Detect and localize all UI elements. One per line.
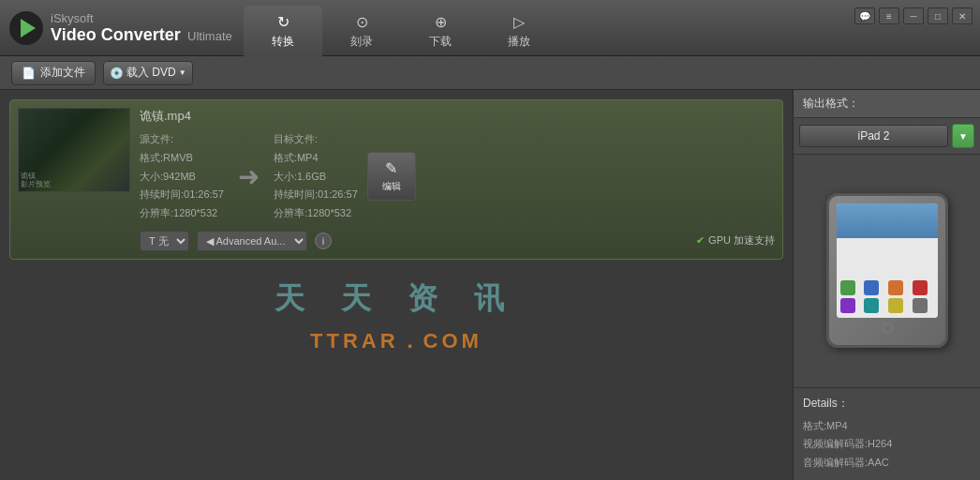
ipad-screen-content — [837, 203, 938, 318]
file-item: 诡镇影片预览 诡镇.mp4 源文件: 格式:RMVB 大小:942MB 持续时间… — [9, 99, 783, 260]
tab-download-label: 下载 — [429, 34, 452, 50]
output-format-bar: 输出格式： — [794, 90, 980, 118]
close-button[interactable]: ✕ — [952, 8, 973, 24]
download-icon: ⊕ — [435, 13, 447, 31]
tab-download[interactable]: ⊕ 下载 — [401, 6, 480, 55]
device-preview — [794, 155, 980, 387]
ipad-screen — [837, 203, 938, 318]
file-info: 诡镇.mp4 源文件: 格式:RMVB 大小:942MB 持续时间:01:26:… — [140, 108, 775, 251]
logo-icon — [9, 11, 43, 45]
source-info: 源文件: 格式:RMVB 大小:942MB 持续时间:01:26:57 分辨率:… — [140, 130, 224, 223]
thumbnail-overlay-text: 诡镇影片预览 — [21, 172, 51, 189]
src-size: 大小:942MB — [140, 168, 224, 187]
tab-convert[interactable]: ↻ 转换 — [244, 6, 322, 55]
src-format: 格式:RMVB — [140, 149, 224, 168]
dst-label: 目标文件: — [274, 130, 358, 149]
conversion-row: 源文件: 格式:RMVB 大小:942MB 持续时间:01:26:57 分辨率:… — [140, 130, 775, 223]
subtitle-select[interactable]: T 无 — [140, 231, 189, 251]
play-tab-icon: ▷ — [513, 13, 525, 31]
list-icon[interactable]: ≡ — [879, 8, 899, 24]
ipad-apps — [840, 280, 934, 313]
chat-icon[interactable]: 💬 — [854, 8, 875, 24]
format-dropdown-button[interactable]: ▼ — [952, 124, 974, 148]
app-icon-1 — [840, 280, 855, 295]
src-resolution: 分辨率:1280*532 — [140, 204, 224, 223]
src-duration: 持续时间:01:26:57 — [140, 186, 224, 204]
detail-video: 视频编解码器:H264 — [803, 435, 971, 454]
maximize-button[interactable]: □ — [928, 8, 948, 24]
app-icon-2 — [864, 280, 879, 295]
load-dvd-label: 载入 DVD — [126, 65, 176, 81]
ipad-frame — [826, 193, 948, 348]
add-file-button[interactable]: 📄 添加文件 — [11, 61, 96, 85]
app-icon-5 — [840, 298, 855, 313]
output-format-label: 输出格式： — [803, 97, 859, 110]
edit-button[interactable]: ✎ 编辑 — [367, 152, 416, 201]
titlebar: iSkysoft Video Converter Ultimate ↻ 转换 ⊙… — [0, 0, 980, 56]
dvd-icon: 💿 — [110, 67, 124, 80]
gpu-check: ✔ GPU 加速支持 — [696, 233, 775, 248]
tabs: ↻ 转换 ⊙ 刻录 ⊕ 下载 ▷ 播放 — [244, 6, 558, 55]
dst-duration: 持续时间:01:26:57 — [274, 186, 358, 204]
watermark-en: TTRAR．COM — [310, 327, 483, 355]
ipad-home-button — [882, 322, 893, 334]
window-controls: 💬 ≡ ─ □ ✕ — [854, 8, 973, 24]
audio-select[interactable]: ◀ Advanced Au... — [197, 231, 307, 251]
app-subtitle: Ultimate — [187, 29, 232, 43]
brand-label: iSkysoft — [51, 11, 94, 25]
video-thumbnail: 诡镇影片预览 — [18, 108, 130, 192]
details-title: Details： — [803, 396, 971, 412]
format-selector: iPad 2 ▼ — [794, 118, 980, 155]
left-panel: 诡镇影片预览 诡镇.mp4 源文件: 格式:RMVB 大小:942MB 持续时间… — [0, 90, 793, 480]
src-label: 源文件: — [140, 130, 224, 149]
logo-area: iSkysoft Video Converter Ultimate — [9, 11, 232, 45]
app-icon-7 — [888, 298, 903, 313]
dst-resolution: 分辨率:1280*532 — [274, 204, 358, 223]
load-dvd-button[interactable]: 💿 载入 DVD ▼ — [103, 61, 193, 85]
add-file-icon: 📄 — [22, 67, 36, 80]
main-content: 诡镇影片预览 诡镇.mp4 源文件: 格式:RMVB 大小:942MB 持续时间… — [0, 90, 980, 480]
add-file-label: 添加文件 — [40, 65, 85, 81]
tab-play-label: 播放 — [508, 34, 530, 50]
file-controls: T 无 ◀ Advanced Au... i ✔ GPU 加速支持 — [140, 231, 775, 251]
tab-burn[interactable]: ⊙ 刻录 — [322, 6, 401, 55]
file-name: 诡镇.mp4 — [140, 108, 775, 125]
app-icon-8 — [913, 298, 928, 313]
detail-format: 格式:MP4 — [803, 417, 971, 436]
details-panel: Details： 格式:MP4 视频编解码器:H264 音频编解码器:AAC — [794, 387, 980, 480]
app-title: Video Converter — [51, 25, 181, 44]
app-name: iSkysoft Video Converter Ultimate — [51, 11, 232, 45]
watermark-cn: 天 天 资 讯 — [275, 278, 518, 320]
gpu-label: GPU 加速支持 — [708, 233, 775, 248]
selected-format: iPad 2 — [799, 125, 948, 147]
tab-convert-label: 转换 — [272, 34, 294, 50]
destination-info: 目标文件: 格式:MP4 大小:1.6GB 持续时间:01:26:57 分辨率:… — [274, 130, 358, 223]
toolbar: 📄 添加文件 💿 载入 DVD ▼ — [0, 56, 980, 90]
edit-label: 编辑 — [382, 180, 401, 193]
dst-format: 格式:MP4 — [274, 149, 358, 168]
tab-burn-label: 刻录 — [350, 34, 373, 50]
convert-icon: ↻ — [277, 13, 290, 31]
right-panel: 输出格式： iPad 2 ▼ — [793, 90, 980, 480]
burn-icon: ⊙ — [356, 13, 368, 31]
watermark-area: 天 天 资 讯 TTRAR．COM — [9, 278, 783, 355]
minimize-button[interactable]: ─ — [903, 8, 924, 24]
tab-play[interactable]: ▷ 播放 — [480, 6, 558, 55]
conversion-arrow: ➜ — [233, 161, 264, 192]
app-icon-6 — [864, 298, 879, 313]
dvd-dropdown-icon: ▼ — [179, 68, 186, 77]
dst-size: 大小:1.6GB — [274, 168, 358, 187]
info-icon[interactable]: i — [315, 232, 332, 249]
detail-audio: 音频编解码器:AAC — [803, 454, 971, 472]
app-icon-4 — [913, 280, 928, 295]
edit-icon: ✎ — [385, 159, 397, 177]
thumbnail-preview: 诡镇影片预览 — [19, 109, 129, 191]
app-icon-3 — [888, 280, 903, 295]
logo-play-icon — [21, 19, 36, 38]
gpu-checkmark: ✔ — [696, 234, 705, 247]
